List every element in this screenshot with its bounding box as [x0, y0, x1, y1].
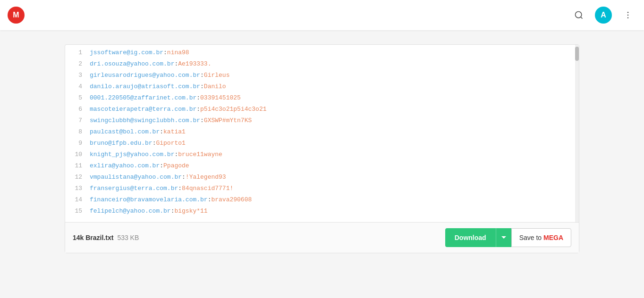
- table-row: 9bruno@ifpb.edu.br:Giporto1: [65, 139, 571, 150]
- table-row: 14financeiro@bravamovelaria.com.br:brava…: [65, 196, 571, 207]
- line-content: paulcast@bol.com.br:katia1: [90, 128, 186, 135]
- search-button[interactable]: [570, 7, 587, 24]
- line-content: exlira@yahoo.com.br:Ppagode: [90, 162, 189, 169]
- table-row: 1jssoftware@ig.com.br:nina98: [65, 49, 571, 60]
- main-content: 1jssoftware@ig.com.br:nina982dri.osouza@…: [0, 30, 644, 267]
- table-row: 2dri.osouza@yahoo.com.br:Ae193333.: [65, 60, 571, 71]
- code-area[interactable]: 1jssoftware@ig.com.br:nina982dri.osouza@…: [65, 45, 579, 222]
- lines-container: 1jssoftware@ig.com.br:nina982dri.osouza@…: [65, 45, 579, 222]
- svg-point-4: [627, 17, 629, 19]
- line-number: 13: [69, 185, 82, 192]
- table-row: 4danilo.araujo@atriasoft.com.br:Danilo: [65, 83, 571, 94]
- scrollbar-thumb[interactable]: [575, 47, 579, 61]
- svg-line-1: [581, 17, 583, 19]
- svg-point-0: [576, 12, 582, 18]
- save-to-mega-button[interactable]: Save to MEGA: [511, 228, 571, 247]
- table-row: 8paulcast@bol.com.br:katia1: [65, 128, 571, 139]
- file-size: 533 KB: [117, 234, 139, 241]
- line-number: 1: [69, 49, 82, 56]
- table-row: 3girleusarodrigues@yahoo.com.br:Girleus: [65, 71, 571, 83]
- line-content: financeiro@bravamovelaria.com.br:brava29…: [90, 196, 252, 203]
- table-row: 7swingclubbh@swingclubbh.com.br:GXSWP#mY…: [65, 116, 571, 128]
- download-dropdown-button[interactable]: [496, 228, 511, 247]
- table-row: 15felipelch@yahoo.com.br:bigsky*11: [65, 207, 571, 218]
- svg-point-2: [627, 12, 629, 13]
- bottom-bar: 14k Brazil.txt 533 KB Download Save to M…: [65, 222, 579, 253]
- topbar-right: A: [570, 7, 636, 24]
- line-number: 8: [69, 128, 82, 135]
- line-content: felipelch@yahoo.com.br:bigsky*11: [90, 207, 208, 215]
- table-row: 13fransergius@terra.com.br:84qnascid7771…: [65, 184, 571, 196]
- file-viewer: 1jssoftware@ig.com.br:nina982dri.osouza@…: [65, 44, 579, 253]
- line-number: 2: [69, 60, 82, 67]
- line-content: 0001.220505@zaffarinet.com.br:0339145102…: [90, 94, 241, 101]
- download-button[interactable]: Download: [445, 228, 496, 247]
- line-number: 6: [69, 106, 82, 113]
- table-row: 11exlira@yahoo.com.br:Ppagode: [65, 162, 571, 173]
- line-content: swingclubbh@swingclubbh.com.br:GXSWP#mYt…: [90, 117, 252, 124]
- topbar: M A: [0, 0, 644, 30]
- file-info: 14k Brazil.txt 533 KB: [73, 234, 139, 241]
- topbar-left: M: [8, 7, 25, 24]
- line-number: 12: [69, 174, 82, 181]
- action-buttons: Download Save to MEGA: [445, 228, 571, 247]
- line-number: 9: [69, 140, 82, 147]
- line-content: danilo.araujo@atriasoft.com.br:Danilo: [90, 83, 226, 90]
- line-number: 11: [69, 162, 82, 169]
- line-content: jssoftware@ig.com.br:nina98: [90, 49, 189, 56]
- svg-point-3: [627, 15, 629, 16]
- user-avatar[interactable]: A: [595, 7, 612, 24]
- line-number: 14: [69, 196, 82, 203]
- line-content: fransergius@terra.com.br:84qnascid7771!: [90, 185, 233, 192]
- mega-logo[interactable]: M: [8, 7, 25, 24]
- table-row: 6mascoteierapetra@terra.com.br:p5i4c3o21…: [65, 105, 571, 116]
- line-number: 10: [69, 151, 82, 158]
- line-content: vmpaulistana@yahoo.com.br:!Yalegend93: [90, 174, 226, 181]
- scrollbar[interactable]: [575, 45, 579, 222]
- line-number: 15: [69, 207, 82, 215]
- line-number: 4: [69, 83, 82, 90]
- line-content: dri.osouza@yahoo.com.br:Ae193333.: [90, 60, 211, 67]
- file-name: 14k Brazil.txt: [73, 234, 113, 241]
- line-number: 3: [69, 72, 82, 79]
- line-number: 5: [69, 94, 82, 101]
- line-content: bruno@ifpb.edu.br:Giporto1: [90, 140, 186, 147]
- line-number: 7: [69, 117, 82, 124]
- line-content: girleusarodrigues@yahoo.com.br:Girleus: [90, 72, 229, 79]
- more-options-button[interactable]: [619, 7, 636, 24]
- table-row: 10knight_pjs@yahoo.com.br:bruce11wayne: [65, 150, 571, 162]
- table-row: 50001.220505@zaffarinet.com.br:033914510…: [65, 94, 571, 105]
- line-content: knight_pjs@yahoo.com.br:bruce11wayne: [90, 151, 222, 158]
- line-content: mascoteierapetra@terra.com.br:p5i4c3o21p…: [90, 106, 267, 113]
- table-row: 12vmpaulistana@yahoo.com.br:!Yalegend93: [65, 173, 571, 184]
